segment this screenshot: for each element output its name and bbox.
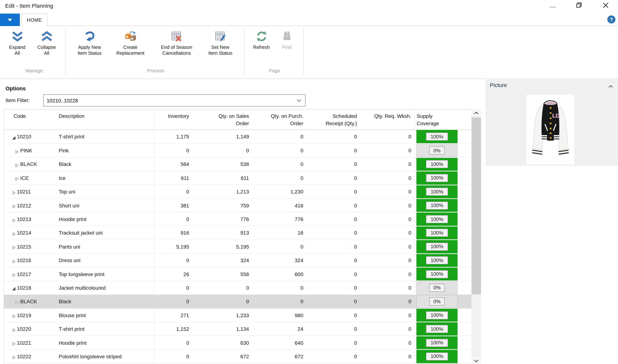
cell-qty-on-sales-order: 1,213: [236, 189, 249, 195]
tree-expanded-icon[interactable]: [12, 286, 16, 290]
create-replacement-button[interactable]: Create Replacement: [109, 29, 152, 56]
table-row[interactable]: 10220T-shirt print1,1521,1342400100%: [4, 322, 472, 336]
help-icon: ?: [610, 16, 613, 22]
cell-qty-on-sales-order: 776: [240, 216, 249, 222]
table-row[interactable]: [4, 363, 472, 364]
cell-qty-req-wksh: 0: [408, 271, 411, 277]
table-row[interactable]: 10212Short uni38175941600100%: [4, 198, 472, 212]
table-row[interactable]: 10216Dress uni032432400100%: [4, 253, 472, 267]
cell-qty-on-sales-order: 1,134: [236, 326, 249, 332]
scroll-down-button[interactable]: [472, 357, 481, 364]
supply-coverage-cell: 100%: [416, 199, 458, 212]
expand-all-button[interactable]: Expand All: [3, 29, 32, 56]
cell-qty-on-purch-order: 24: [298, 326, 303, 332]
supply-coverage-badge: 100%: [426, 174, 448, 182]
tree-collapsed-icon[interactable]: [12, 203, 16, 208]
close-button[interactable]: [597, 0, 614, 12]
cell-scheduled-receipt: 0: [354, 326, 357, 332]
supply-coverage-cell: 100%: [416, 171, 458, 184]
cell-inventory: 0: [186, 299, 189, 305]
column-header-qty-on-purch-order[interactable]: Qty. on Purch.Order: [271, 112, 303, 127]
table-row[interactable]: 10210T-shirt print1,1751,149000100%: [4, 130, 472, 143]
cell-qty-on-purch-order: 776: [295, 216, 303, 222]
column-header-inventory[interactable]: Inventory: [168, 112, 189, 120]
refresh-button[interactable]: Refresh: [248, 29, 275, 50]
cell-inventory: 1,152: [176, 326, 189, 332]
set-new-item-status-button[interactable]: Set New Item Status: [201, 29, 239, 56]
tree-collapsed-icon[interactable]: [12, 245, 16, 249]
tree-collapsed-icon[interactable]: [12, 313, 16, 317]
table-row[interactable]: BLACKBlack000000%: [4, 294, 472, 308]
tab-home-label: HOME: [27, 17, 42, 23]
tree-collapsed-icon[interactable]: [12, 258, 16, 262]
chevron-down-icon[interactable]: [297, 99, 302, 102]
cell-qty-req-wksh: 0: [408, 299, 411, 305]
item-picture: LD: [526, 95, 574, 165]
application-menu-button[interactable]: [0, 13, 20, 26]
cell-description: T-shirt print: [59, 134, 84, 140]
table-row[interactable]: 10214Tracksuit jacket uni9169131600100%: [4, 226, 472, 240]
apply-new-item-status-button[interactable]: Apply New Item Status: [70, 29, 109, 56]
cell-qty-on-purch-order: 0: [300, 175, 303, 181]
picture-panel-title: Picture: [490, 82, 507, 88]
scrollbar-thumb[interactable]: [472, 117, 481, 294]
table-row[interactable]: PINKPink000000%: [4, 143, 472, 157]
cell-qty-on-purch-order: 672: [295, 353, 303, 359]
column-header-code[interactable]: Code: [13, 112, 26, 120]
tree-collapsed-icon[interactable]: [15, 162, 19, 166]
column-header-qty-on-sales-order[interactable]: Qty. on SalesOrder: [219, 112, 249, 127]
table-row[interactable]: 10211Top uni01,2131,23000100%: [4, 185, 472, 198]
cell-qty-on-purch-order: 0: [300, 161, 303, 167]
cell-description: Black: [59, 161, 71, 167]
tree-collapsed-icon[interactable]: [12, 327, 16, 331]
cell-qty-req-wksh: 0: [408, 134, 411, 140]
cell-qty-req-wksh: 0: [408, 230, 411, 236]
supply-coverage-cell: 100%: [416, 309, 458, 322]
cell-qty-req-wksh: 0: [408, 161, 411, 167]
cell-scheduled-receipt: 0: [354, 161, 357, 167]
cell-scheduled-receipt: 0: [354, 340, 357, 346]
minimize-button[interactable]: [544, 0, 561, 12]
collapse-panel-button[interactable]: [608, 83, 613, 89]
cell-qty-req-wksh: 0: [408, 285, 411, 291]
tree-collapsed-icon[interactable]: [12, 231, 16, 235]
table-row[interactable]: 10218Jacket multicoloured000000%: [4, 281, 472, 295]
help-button[interactable]: ?: [607, 15, 616, 24]
collapse-all-button[interactable]: Collapse All: [32, 29, 62, 56]
table-row[interactable]: 10215Pants uni5,1955,195000100%: [4, 240, 472, 253]
tree-collapsed-icon[interactable]: [12, 272, 16, 276]
table-row[interactable]: 10222Poloshirt longsleeve striped0672672…: [4, 350, 472, 363]
tree-collapsed-icon[interactable]: [12, 341, 16, 345]
table-row[interactable]: 10219Blouse print2711,23398000100%: [4, 308, 472, 322]
cell-qty-on-purch-order: 0: [300, 299, 303, 305]
cell-qty-on-purch-order: 640: [295, 340, 303, 346]
table-row[interactable]: 10221Hoodie print063064000100%: [4, 336, 472, 350]
tree-collapsed-icon[interactable]: [12, 354, 16, 359]
cell-inventory: 0: [186, 285, 189, 291]
cell-scheduled-receipt: 0: [354, 312, 357, 318]
cell-code: ICE: [20, 175, 29, 181]
table-row[interactable]: BLACKBlack564538000100%: [4, 157, 472, 171]
scroll-up-button[interactable]: [472, 109, 481, 116]
table-row[interactable]: ICEIce611611000100%: [4, 171, 472, 185]
table-row[interactable]: 10217Top longsleeve print2655860000100%: [4, 267, 472, 281]
tree-expanded-icon[interactable]: [12, 135, 16, 139]
column-header-supply-coverage[interactable]: SupplyCoverage: [417, 112, 439, 127]
item-filter-input[interactable]: 10210..10228: [43, 94, 305, 106]
tree-collapsed-icon[interactable]: [12, 190, 16, 194]
tree-collapsed-icon[interactable]: [15, 299, 19, 304]
tree-collapsed-icon[interactable]: [15, 148, 19, 153]
table-row[interactable]: 10213Hoodie print077677600100%: [4, 212, 472, 226]
column-header-scheduled-receipt[interactable]: ScheduledReceipt (Qty.): [326, 112, 357, 127]
restore-button[interactable]: [571, 0, 588, 12]
column-header-description[interactable]: Description: [59, 112, 84, 120]
column-header-qty-req-wksh[interactable]: Qty. Req. Wksh.: [374, 112, 411, 120]
supply-coverage-badge: 100%: [426, 256, 448, 264]
vertical-scrollbar[interactable]: [472, 109, 481, 364]
tree-collapsed-icon[interactable]: [12, 217, 16, 221]
cell-description: Black: [59, 299, 71, 305]
cell-qty-on-sales-order: 324: [240, 257, 249, 263]
tree-collapsed-icon[interactable]: [15, 176, 19, 180]
tab-home[interactable]: HOME: [21, 13, 47, 26]
end-of-season-cancellations-button[interactable]: End of Season Cancellations: [153, 29, 200, 56]
